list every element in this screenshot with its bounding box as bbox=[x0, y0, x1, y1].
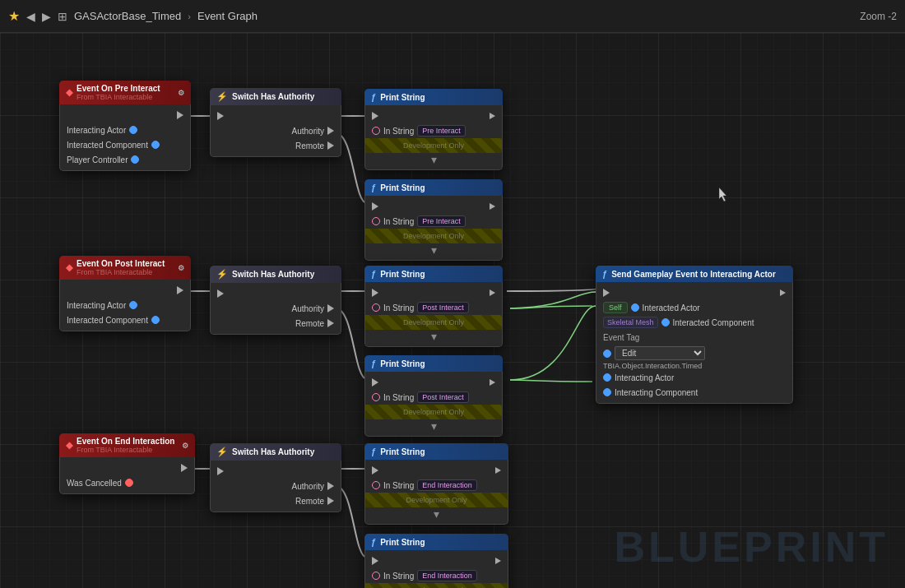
send-header: ƒ Send Gameplay Event to Interacting Act… bbox=[596, 266, 793, 282]
send-gameplay-node: ƒ Send Gameplay Event to Interacting Act… bbox=[596, 266, 793, 404]
send-title: Send Gameplay Event to Interacting Actor bbox=[611, 270, 776, 279]
ps2-string-pin bbox=[372, 217, 380, 225]
breadcrumb-separator: › bbox=[188, 12, 191, 21]
ps3-string-value: Post Interact bbox=[417, 302, 469, 313]
ps1-header: ƒ Print String bbox=[364, 89, 503, 105]
ps4-exec-in bbox=[372, 378, 378, 387]
post-body: Interacting Actor Interacted Component bbox=[59, 280, 191, 331]
graph-name[interactable]: Event Graph bbox=[197, 10, 258, 22]
switch-authority-2-node: ⚡ Switch Has Authority Authority Remote bbox=[210, 266, 341, 335]
send-icon: ƒ bbox=[602, 269, 607, 279]
ps1-string-pin bbox=[372, 127, 380, 135]
send-eventtag-input-row[interactable]: Edit bbox=[596, 345, 792, 362]
event-icon: ◆ bbox=[66, 87, 72, 98]
ps3-expand[interactable]: ▾ bbox=[365, 330, 502, 343]
send-eventtag-row: Event Tag bbox=[596, 330, 792, 345]
print-string-1-node: ƒ Print String In String Pre Interact De… bbox=[364, 89, 503, 170]
ps6-string-pin bbox=[372, 572, 380, 580]
ps5-string-row: In String End Interaction bbox=[365, 478, 508, 493]
ps3-exec-in bbox=[372, 289, 378, 297]
favorite-icon[interactable]: ★ bbox=[8, 8, 20, 24]
ps5-exec-in bbox=[372, 466, 378, 475]
post-exec-out-row bbox=[60, 283, 190, 298]
switch2-exec-row bbox=[211, 286, 341, 301]
switch3-title: Switch Has Authority bbox=[232, 447, 314, 456]
switch2-authority-row: Authority bbox=[211, 301, 341, 316]
switch2-title: Switch Has Authority bbox=[232, 270, 314, 279]
ps1-title: Print String bbox=[380, 93, 425, 102]
ps5-expand[interactable]: ▾ bbox=[365, 507, 508, 521]
ps6-string-row: In String End Interaction bbox=[365, 568, 508, 583]
node-settings-icon[interactable]: ⚙ bbox=[178, 89, 184, 97]
send-interacting-actor-pin bbox=[603, 373, 611, 382]
ps4-dev-only: Development Only bbox=[365, 405, 502, 419]
ps5-string-pin bbox=[372, 481, 380, 489]
send-self-pin bbox=[631, 303, 639, 312]
ps6-body: In String End Interaction Development On… bbox=[364, 550, 508, 588]
ps2-title: Print String bbox=[380, 183, 425, 192]
end-settings-icon[interactable]: ⚙ bbox=[182, 442, 188, 450]
ps4-title: Print String bbox=[380, 359, 425, 368]
ps2-expand[interactable]: ▾ bbox=[365, 243, 502, 257]
exec-out-row bbox=[60, 108, 190, 123]
ps1-body: In String Pre Interact Development Only … bbox=[364, 105, 503, 170]
authority-row: Authority bbox=[211, 123, 341, 138]
ps1-exec-row bbox=[365, 109, 502, 123]
back-button[interactable]: ◀ bbox=[26, 10, 35, 23]
ps2-exec-out bbox=[490, 203, 495, 210]
ps4-expand[interactable]: ▾ bbox=[365, 419, 502, 433]
interacted-component-row: Interacted Component bbox=[60, 137, 190, 152]
post-header: ◆ Event On Post Interact From TBIA Inter… bbox=[59, 256, 191, 280]
zoom-level: Zoom -2 bbox=[860, 11, 897, 22]
event-tag-dropdown[interactable]: Edit bbox=[615, 346, 705, 360]
ps1-dev-only: Development Only bbox=[365, 138, 502, 153]
ps3-string-pin bbox=[372, 303, 380, 312]
forward-button[interactable]: ▶ bbox=[42, 10, 51, 23]
post-interacted-component-row: Interacted Component bbox=[60, 313, 190, 327]
ps2-string-row: In String Pre Interact bbox=[365, 214, 502, 229]
ps3-body: In String Post Interact Development Only… bbox=[364, 282, 503, 347]
event-post-interact-node: ◆ Event On Post Interact From TBIA Inter… bbox=[59, 256, 191, 331]
authority-pin bbox=[327, 127, 334, 135]
post-subtitle: From TBIA Interactable bbox=[77, 268, 165, 276]
ps6-title: Print String bbox=[380, 538, 425, 547]
ps5-dev-only: Development Only bbox=[365, 493, 508, 507]
ps1-expand[interactable]: ▾ bbox=[365, 153, 502, 166]
print2-icon: ƒ bbox=[371, 183, 376, 192]
blueprint-canvas[interactable]: ◆ Event On Pre Interact From TBIA Intera… bbox=[0, 33, 905, 588]
ps4-body: In String Post Interact Development Only… bbox=[364, 372, 503, 437]
ps2-exec-in bbox=[372, 202, 378, 211]
post-settings-icon[interactable]: ⚙ bbox=[178, 264, 184, 272]
switch-title: Switch Has Authority bbox=[232, 92, 314, 101]
ps6-dev-only: Development Only bbox=[365, 583, 508, 588]
end-exec-row bbox=[60, 461, 194, 475]
send-mesh-row: Skeletal Mesh Interacted Component bbox=[596, 315, 792, 330]
ps5-exec-row bbox=[365, 463, 508, 478]
ps6-exec-row bbox=[365, 553, 508, 568]
end-was-cancelled-pin bbox=[125, 479, 133, 487]
mesh-value: Skeletal Mesh bbox=[603, 317, 658, 328]
switch3-body: Authority Remote bbox=[210, 461, 341, 512]
switch3-exec-in bbox=[217, 467, 224, 475]
ps6-string-value: End Interaction bbox=[417, 570, 477, 581]
send-interacting-actor-row: Interacting Actor bbox=[596, 370, 792, 385]
send-tag-pin bbox=[603, 350, 611, 358]
print-string-2-node: ƒ Print String In String Pre Interact De… bbox=[364, 179, 503, 261]
ps3-exec-row bbox=[365, 285, 502, 300]
ps2-exec-row bbox=[365, 199, 502, 214]
exec-in-pin bbox=[217, 112, 224, 120]
ps3-dev-only: Development Only bbox=[365, 315, 502, 330]
ps5-body: In String End Interaction Development On… bbox=[364, 460, 508, 525]
ps4-string-pin bbox=[372, 393, 380, 401]
ps5-exec-out bbox=[495, 467, 501, 474]
end-event-icon: ◆ bbox=[66, 440, 72, 451]
switch-header: ⚡ Switch Has Authority bbox=[210, 88, 341, 105]
project-name[interactable]: GASActorBase_Timed bbox=[74, 10, 181, 22]
exec-in-row bbox=[211, 109, 341, 123]
switch2-remote-pin bbox=[327, 319, 334, 327]
ps4-icon: ƒ bbox=[371, 359, 376, 368]
switch2-body: Authority Remote bbox=[210, 283, 341, 335]
node-header: ◆ Event On Pre Interact From TBIA Intera… bbox=[59, 81, 191, 104]
send-exec-row bbox=[596, 285, 792, 300]
switch2-header: ⚡ Switch Has Authority bbox=[210, 266, 341, 283]
